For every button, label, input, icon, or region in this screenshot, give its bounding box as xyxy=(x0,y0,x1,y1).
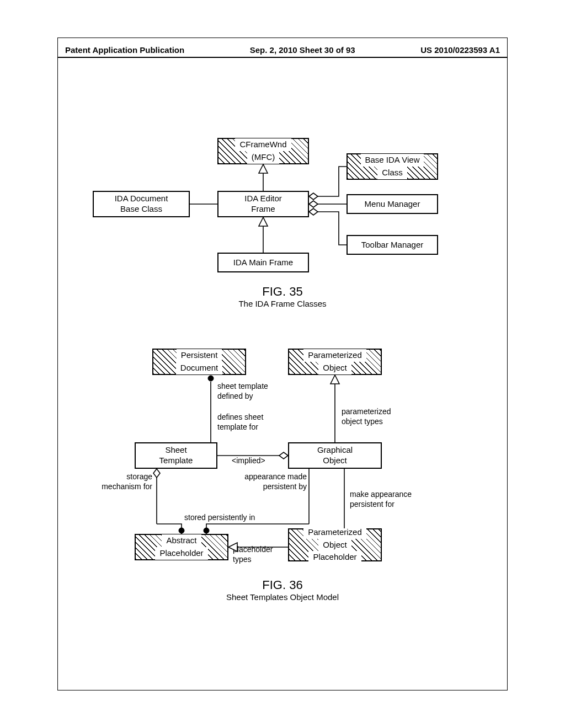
svg-marker-16 xyxy=(153,469,160,478)
svg-point-10 xyxy=(208,376,214,381)
diagram-canvas: CFrameWnd (MFC) Base IDA View Class IDA … xyxy=(57,38,508,690)
svg-point-22 xyxy=(204,528,209,533)
fig36-subtitle: Sheet Templates Object Model xyxy=(57,592,508,602)
fig36-title: FIG. 36 xyxy=(57,578,508,592)
fig36-connectors xyxy=(57,38,508,589)
svg-marker-12 xyxy=(331,375,339,384)
svg-marker-21 xyxy=(228,543,237,552)
svg-marker-14 xyxy=(279,452,288,459)
svg-point-17 xyxy=(179,528,184,533)
